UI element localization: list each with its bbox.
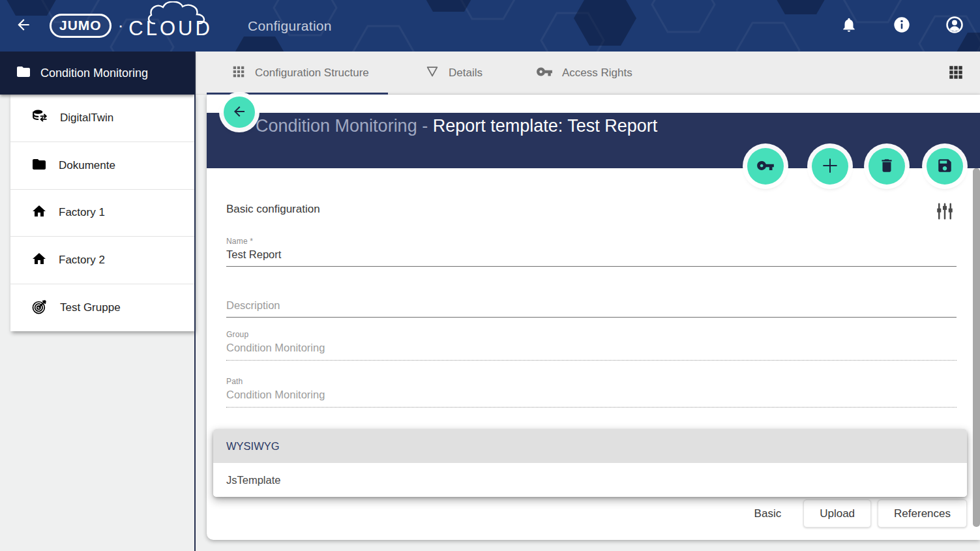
delete-button[interactable] <box>869 148 905 185</box>
access-key-button[interactable] <box>747 148 784 185</box>
path-field-label: Path <box>226 377 957 386</box>
tab-access-rights[interactable]: Access Rights <box>536 52 632 95</box>
name-field-label: Name * <box>226 237 957 246</box>
section-title: Basic configuration <box>226 203 320 216</box>
apps-grid-button[interactable] <box>947 64 965 82</box>
sidebar-item-label: Factory 1 <box>59 206 105 219</box>
sidebar-tree: DigitalTwin Dokumente Factory 1 Factory … <box>10 95 194 331</box>
key-icon <box>536 63 553 83</box>
save-icon <box>936 157 953 176</box>
title-text: Report template: Test Report <box>433 116 658 136</box>
key-icon <box>756 156 775 177</box>
add-button[interactable] <box>812 148 848 185</box>
bell-icon <box>840 16 857 35</box>
footer-tab-upload[interactable]: Upload <box>803 499 871 528</box>
jumo-cloud-logo: JUMO · CLOUD <box>50 13 213 38</box>
jumo-logo-badge: JUMO <box>50 14 111 38</box>
vertical-scrollbar[interactable] <box>973 168 980 527</box>
tab-label: Configuration Structure <box>255 67 369 80</box>
bullseye-arrow-icon <box>31 298 48 318</box>
title-breadcrumb: Condition Monitoring - <box>256 116 433 136</box>
group-value: Condition Monitoring <box>226 339 957 361</box>
description-field <box>226 297 957 318</box>
name-field: Name * <box>226 237 957 267</box>
back-arrow-icon <box>231 104 247 121</box>
sidebar-group-header[interactable]: Condition Monitoring <box>0 52 194 95</box>
footer-tab-basic[interactable]: Basic <box>739 499 797 528</box>
save-button[interactable] <box>927 148 963 185</box>
group-field-label: Group <box>226 330 957 339</box>
cloud-outline-icon <box>147 1 209 25</box>
tab-label: Details <box>449 67 483 80</box>
tab-label: Access Rights <box>562 67 632 80</box>
info-button[interactable] <box>893 17 911 35</box>
back-arrow-icon <box>15 16 32 35</box>
sidebar-item-label: Dokumente <box>59 159 115 172</box>
sidebar-item-label: Factory 2 <box>59 254 105 267</box>
funnel-icon <box>425 65 439 82</box>
info-icon <box>893 16 911 36</box>
tab-configuration-structure[interactable]: Configuration Structure <box>207 52 388 95</box>
tune-filters-button[interactable] <box>935 201 955 221</box>
tab-details[interactable]: Details <box>425 52 483 95</box>
cloud-wordmark: CLOUD <box>128 13 213 38</box>
panel-footer-tabs: Basic Upload References <box>739 499 967 528</box>
group-field: Group Condition Monitoring <box>226 330 957 361</box>
logo-separator-dot: · <box>118 16 124 36</box>
tune-sliders-icon <box>935 213 955 223</box>
sidebar-item-label: DigitalTwin <box>60 112 113 125</box>
template-type-dropdown: WYSIWYG JsTemplate <box>213 429 967 497</box>
path-field: Path Condition Monitoring <box>226 377 957 408</box>
sidebar-group-label: Condition Monitoring <box>40 67 148 80</box>
folder-icon <box>31 156 47 175</box>
sidebar-item-digitaltwin[interactable]: DigitalTwin <box>10 95 194 142</box>
sidebar-item-factory-2[interactable]: Factory 2 <box>10 237 194 284</box>
plus-icon <box>820 156 840 177</box>
home-icon <box>31 251 47 269</box>
dropdown-option-wysiwyg[interactable]: WYSIWYG <box>213 429 967 463</box>
sidebar-content-divider <box>194 52 196 551</box>
appbar-back-button[interactable] <box>5 8 42 44</box>
panel-back-button[interactable] <box>224 97 255 128</box>
path-value: Condition Monitoring <box>226 386 957 408</box>
trash-icon <box>878 157 895 176</box>
folder-icon <box>16 64 31 82</box>
database-sync-icon <box>31 108 48 128</box>
page-title: Configuration <box>248 0 332 52</box>
sidebar-item-dokumente[interactable]: Dokumente <box>10 142 194 190</box>
name-input[interactable] <box>226 246 957 267</box>
detail-panel-title: Condition Monitoring - Report template: … <box>226 96 657 156</box>
home-icon <box>31 203 47 222</box>
account-button[interactable] <box>945 17 964 35</box>
footer-tab-references[interactable]: References <box>878 499 967 528</box>
sidebar-item-label: Test Gruppe <box>60 301 121 314</box>
detail-panel-header: Condition Monitoring - Report template: … <box>207 113 980 168</box>
dropdown-option-jstemplate[interactable]: JsTemplate <box>213 463 967 497</box>
notifications-button[interactable] <box>840 17 858 35</box>
grid-icon <box>231 65 246 82</box>
description-input[interactable] <box>226 297 957 318</box>
sidebar-item-factory-1[interactable]: Factory 1 <box>10 190 194 237</box>
account-icon <box>945 15 964 37</box>
sidebar-item-test-gruppe[interactable]: Test Gruppe <box>10 284 194 331</box>
content-tab-bar: Configuration Structure Details Access R… <box>196 52 980 95</box>
app-bar: JUMO · CLOUD Configuration <box>0 0 980 52</box>
apps-grid-icon <box>947 73 964 83</box>
